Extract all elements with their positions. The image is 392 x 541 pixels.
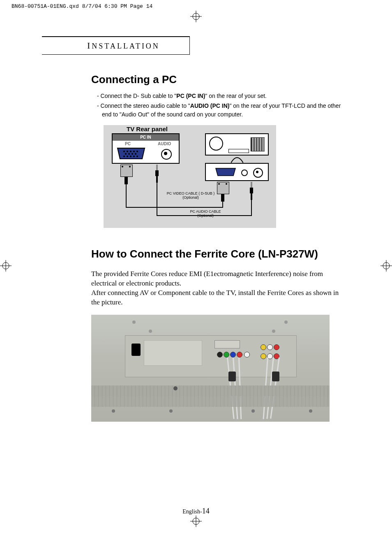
instruction-item: - Connect the D- Sub cable to "PC (PC IN… xyxy=(97,92,341,100)
audio-cable-label: PC AUDIO CABLE(Optional) xyxy=(181,210,230,218)
vga-plug-icon xyxy=(217,182,228,201)
instruction-list: - Connect the D- Sub cable to "PC (PC IN… xyxy=(91,92,346,118)
page-footer: English-14 xyxy=(0,507,392,515)
body-text: The provided Ferrite Cores reduce EMI (E… xyxy=(91,269,346,307)
connection-diagram: TV Rear panel PC IN PC AUDIO xyxy=(104,125,276,228)
ferrite-photo xyxy=(91,315,330,422)
heading-connecting-pc: Connecting a PC xyxy=(91,73,346,86)
print-slug: BN68-00751A-01ENG.qxd 8/7/04 6:30 PM Pag… xyxy=(12,3,152,9)
audio-plug-icon xyxy=(155,165,159,183)
instruction-item: - Connect the stereo audio cable to "AUD… xyxy=(97,102,341,118)
audio-plug-icon xyxy=(250,182,253,200)
section-header-box: INSTALLATION xyxy=(42,36,190,55)
crop-mark-left-icon xyxy=(0,260,12,272)
section-header: INSTALLATION xyxy=(87,42,160,50)
vga-plug-icon xyxy=(120,165,132,183)
heading-ferrite-core: How to Connect the Ferrite Core (LN-P327… xyxy=(91,248,346,260)
crop-mark-right-icon xyxy=(380,260,392,272)
video-cable-label: PC VIDEO CABLE ( D-SUB )(Optional) xyxy=(166,192,215,200)
